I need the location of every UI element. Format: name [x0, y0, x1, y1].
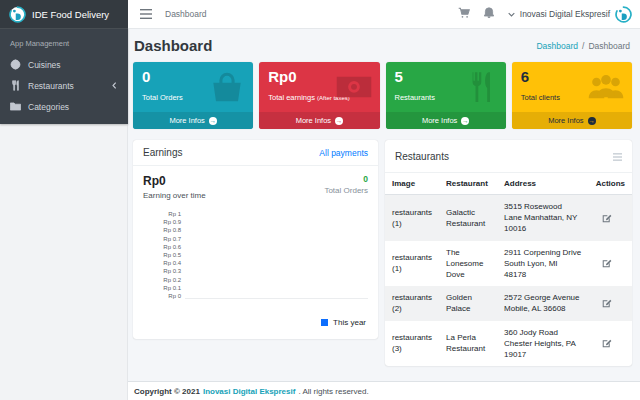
y-tick: Rp 0.2 — [143, 276, 181, 284]
bell-icon — [483, 7, 495, 19]
sidebar-item-label: Cuisines — [28, 60, 61, 70]
notifications-button[interactable] — [483, 5, 495, 23]
cell-image: restaurants (3) — [385, 321, 439, 367]
cart-button[interactable] — [458, 5, 470, 23]
earnings-summary-row: Rp0 Earning over time 0 Total Orders — [143, 174, 368, 200]
table-row: restaurants (2) Golden Palace 2572 Georg… — [385, 286, 632, 320]
table-header-row: Image Restaurant Address Actions — [385, 173, 632, 195]
panels-row: Earnings All payments Rp0 Earning over t… — [133, 140, 632, 366]
restaurants-table: Image Restaurant Address Actions restaur… — [385, 173, 632, 366]
user-menu[interactable]: Inovasi Digital Ekspresif — [508, 6, 632, 23]
sidebar-section-label: App Management — [8, 36, 120, 54]
stat-card-restaurants: 5 Restaurants More Infos — [386, 62, 506, 129]
sidebar-item-categories[interactable]: Categories — [8, 96, 120, 117]
page-content: Dashboard Dashboard / Dashboard 0 Total … — [128, 29, 640, 381]
breadcrumb-link-dashboard[interactable]: Dashboard — [536, 41, 578, 51]
cell-restaurant: La Perla Restaurant — [439, 321, 497, 367]
user-name: Inovasi Digital Ekspresif — [520, 9, 610, 19]
column-header: Image — [385, 173, 439, 195]
bars-icon — [613, 153, 622, 161]
folder-icon — [10, 101, 21, 112]
stat-card-total-orders: 0 Total Orders More Infos — [133, 62, 253, 129]
breadcrumb: Dashboard / Dashboard — [536, 41, 630, 51]
footer-company-link[interactable]: Inovasi Digital Ekspresif — [203, 387, 295, 396]
brand-link[interactable]: IDE Food Delivery — [0, 0, 128, 29]
y-tick: Rp 0.3 — [143, 267, 181, 275]
legend-label: This year — [333, 318, 366, 327]
breadcrumb-current: Dashboard — [588, 41, 630, 51]
stat-card-total-clients: 6 Total clients More Infos — [512, 62, 632, 129]
utensils-icon — [461, 70, 499, 104]
edit-row-button[interactable] — [596, 298, 625, 308]
edit-row-button[interactable] — [596, 338, 625, 348]
y-tick: Rp 0.1 — [143, 284, 181, 292]
more-infos-label: More Infos — [548, 116, 583, 125]
orders-count-label: Total Orders — [324, 186, 368, 195]
y-tick: Rp 0.4 — [143, 259, 181, 267]
edit-row-button[interactable] — [596, 258, 625, 268]
cell-actions — [589, 286, 632, 320]
stat-card-body: 6 Total clients — [512, 62, 632, 112]
orders-count: 0 — [324, 174, 368, 184]
chart-y-axis-labels: Rp 1 Rp 0.9 Rp 0.8 Rp 0.7 Rp 0.6 Rp 0.5 … — [143, 210, 181, 300]
app-window: IDE Food Delivery App Management Cuisine… — [0, 0, 640, 400]
all-payments-link[interactable]: All payments — [319, 148, 368, 158]
hamburger-icon — [140, 9, 152, 19]
cart-icon — [458, 7, 470, 19]
footer-copyright: Copyright © 2021 — [134, 387, 200, 396]
sidebar-item-cuisines[interactable]: Cuisines — [8, 54, 120, 75]
sidebar-toggle[interactable] — [140, 5, 152, 23]
arrow-circle-right-icon — [209, 117, 217, 125]
cell-address: 2572 George Avenue Mobile, AL 36608 — [497, 286, 589, 320]
top-navbar: Dashboard Inovasi Digital Ekspresif — [128, 0, 640, 29]
money-bill-icon — [335, 70, 373, 104]
navbar-dashboard-link[interactable]: Dashboard — [165, 9, 207, 19]
cell-image: restaurants (2) — [385, 286, 439, 320]
earnings-panel: Earnings All payments Rp0 Earning over t… — [133, 140, 378, 339]
stat-card-body: 5 Restaurants — [386, 62, 506, 112]
earnings-amount-label: Earning over time — [143, 191, 206, 200]
arrow-circle-right-icon — [588, 117, 596, 125]
panel-menu-button[interactable] — [613, 147, 622, 165]
cell-restaurant: The Lonesome Dove — [439, 241, 497, 287]
sidebar-item-restaurants[interactable]: Restaurants — [8, 75, 120, 96]
brand-logo-icon — [9, 6, 26, 23]
restaurants-panel-header: Restaurants — [385, 140, 632, 173]
page-title: Dashboard — [134, 37, 212, 54]
table-row: restaurants (3) La Perla Restaurant 360 … — [385, 321, 632, 367]
cell-image: restaurants (1) — [385, 241, 439, 287]
users-icon — [587, 70, 625, 104]
column-header: Address — [497, 173, 589, 195]
column-header: Actions — [589, 173, 632, 195]
navbar-right: Inovasi Digital Ekspresif — [458, 5, 632, 23]
cell-address: 2911 Corpening Drive South Lyon, MI 4817… — [497, 241, 589, 287]
sidebar-item-label: Restaurants — [28, 81, 74, 91]
cell-actions — [589, 195, 632, 241]
table-row: restaurants (1) The Lonesome Dove 2911 C… — [385, 241, 632, 287]
y-tick: Rp 0.8 — [143, 226, 181, 234]
cell-actions — [589, 241, 632, 287]
earnings-chart: Rp 1 Rp 0.9 Rp 0.8 Rp 0.7 Rp 0.6 Rp 0.5 … — [143, 210, 368, 302]
more-infos-link[interactable]: More Infos — [386, 112, 506, 129]
y-tick: Rp 0 — [143, 292, 181, 300]
stat-card-body: Rp0 Total earnings (After taxes) — [259, 62, 379, 112]
more-infos-link[interactable]: More Infos — [133, 112, 253, 129]
footer-rights: . All rights reserved. — [298, 387, 368, 396]
shopping-bag-icon — [208, 70, 246, 104]
cell-restaurant: Galactic Restaurant — [439, 195, 497, 241]
stat-card-body: 0 Total Orders — [133, 62, 253, 112]
main-area: Dashboard Inovasi Digital Ekspresif — [128, 0, 640, 400]
more-infos-link[interactable]: More Infos — [259, 112, 379, 129]
edit-row-button[interactable] — [596, 213, 625, 223]
legend-swatch — [321, 319, 328, 326]
avatar — [615, 6, 632, 23]
earnings-body: Rp0 Earning over time 0 Total Orders Rp … — [133, 166, 378, 339]
earnings-amount: Rp0 — [143, 174, 206, 188]
y-tick: Rp 0.9 — [143, 218, 181, 226]
sidebar-item-label: Categories — [28, 102, 69, 112]
earnings-orders-block: 0 Total Orders — [324, 174, 368, 195]
stat-card-total-earnings: Rp0 Total earnings (After taxes) More In… — [259, 62, 379, 129]
arrow-circle-right-icon — [461, 117, 469, 125]
more-infos-link[interactable]: More Infos — [512, 112, 632, 129]
y-tick: Rp 0.7 — [143, 235, 181, 243]
